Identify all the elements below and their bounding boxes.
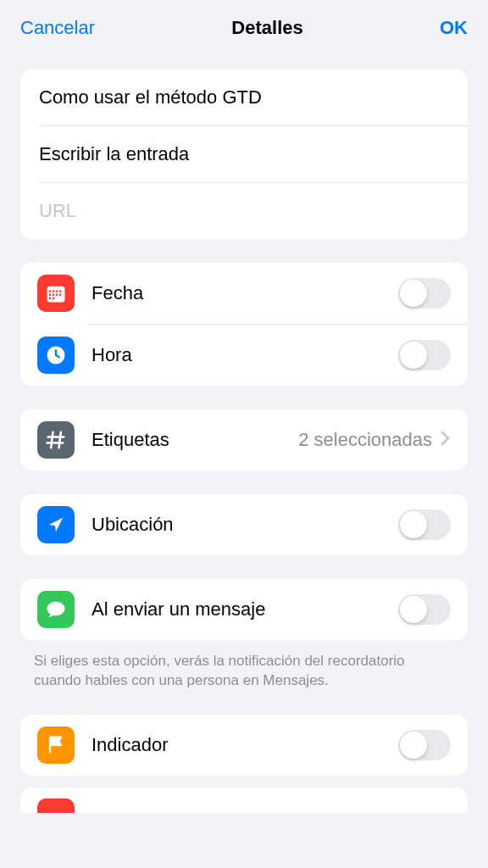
messaging-label: Al enviar un mensaje: [92, 598, 398, 620]
svg-rect-2: [53, 291, 54, 292]
tags-value: 2 seleccionadas: [298, 429, 432, 451]
svg-rect-5: [49, 294, 51, 296]
flag-row[interactable]: Indicador: [20, 715, 468, 776]
notes-input[interactable]: Escribir la entrada: [20, 126, 468, 182]
message-icon: [37, 591, 75, 628]
datetime-section: Fecha Hora: [20, 263, 468, 386]
page-title: Detalles: [231, 17, 302, 39]
header: Cancelar Detalles OK: [0, 0, 488, 59]
location-section: Ubicación: [20, 494, 468, 555]
time-row[interactable]: Hora: [20, 325, 468, 386]
location-arrow-icon: [37, 506, 75, 543]
tags-section: Etiquetas 2 seleccionadas: [20, 409, 468, 470]
messaging-footer-text: Si eliges esta opción, verás la notifica…: [0, 652, 488, 715]
flag-toggle[interactable]: [398, 730, 451, 760]
location-toggle[interactable]: [398, 509, 451, 540]
date-label: Fecha: [92, 282, 398, 304]
messaging-toggle[interactable]: [398, 594, 451, 625]
location-row[interactable]: Ubicación: [20, 494, 468, 555]
partial-next-section: [20, 787, 468, 813]
title-section: Como usar el método GTD Escribir la entr…: [20, 70, 468, 239]
url-input[interactable]: URL: [20, 183, 468, 239]
time-label: Hora: [92, 344, 398, 366]
svg-rect-1: [49, 291, 51, 292]
calendar-icon: [37, 275, 75, 312]
title-input[interactable]: Como usar el método GTD: [20, 70, 468, 125]
tags-label: Etiquetas: [92, 429, 298, 451]
svg-rect-6: [53, 294, 54, 296]
messaging-row[interactable]: Al enviar un mensaje: [20, 579, 468, 640]
cancel-button[interactable]: Cancelar: [20, 17, 95, 39]
svg-rect-10: [53, 298, 54, 299]
date-toggle[interactable]: [398, 278, 451, 309]
ok-button[interactable]: OK: [440, 17, 468, 39]
tags-row[interactable]: Etiquetas 2 seleccionadas: [20, 409, 468, 470]
date-row[interactable]: Fecha: [20, 263, 468, 324]
flag-section: Indicador: [20, 715, 468, 776]
svg-rect-4: [59, 291, 61, 292]
location-label: Ubicación: [92, 514, 398, 536]
svg-rect-3: [56, 291, 58, 292]
partial-icon: [37, 798, 75, 813]
hashtag-icon: [37, 421, 75, 459]
clock-icon: [37, 337, 75, 374]
flag-icon: [37, 726, 75, 764]
messaging-section: Al enviar un mensaje: [20, 579, 468, 640]
chevron-right-icon: [441, 431, 451, 450]
flag-label: Indicador: [92, 734, 398, 756]
svg-rect-9: [49, 298, 51, 299]
svg-rect-7: [56, 294, 58, 296]
time-toggle[interactable]: [398, 340, 451, 370]
svg-rect-8: [59, 294, 61, 296]
